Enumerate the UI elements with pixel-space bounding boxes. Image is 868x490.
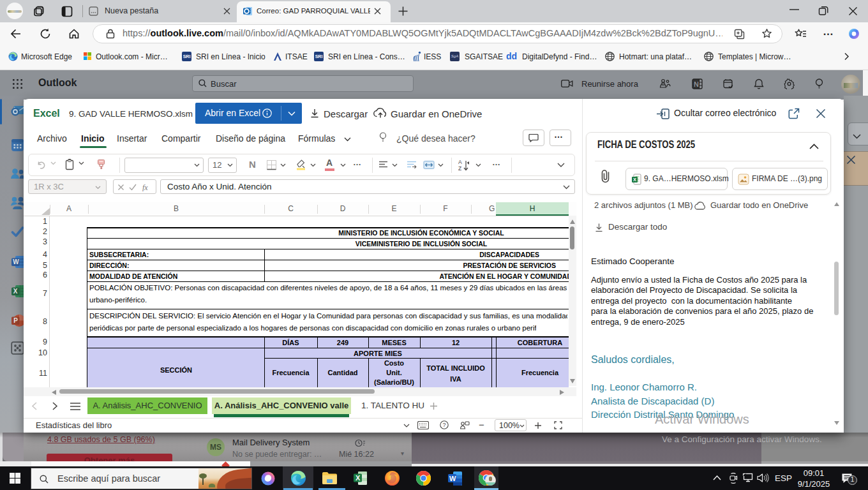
svg-text:W: W — [13, 258, 19, 265]
svg-text:A: A — [458, 159, 462, 165]
svg-text:Z: Z — [458, 165, 461, 171]
svg-text:P: P — [13, 317, 18, 324]
svg-text:fx: fx — [142, 183, 148, 191]
svg-text:?: ? — [443, 422, 446, 428]
svg-text:X: X — [633, 177, 636, 182]
svg-text:X: X — [355, 474, 361, 482]
svg-text:X: X — [13, 288, 18, 295]
svg-text:W: W — [449, 475, 456, 482]
svg-text:N: N — [694, 80, 699, 88]
